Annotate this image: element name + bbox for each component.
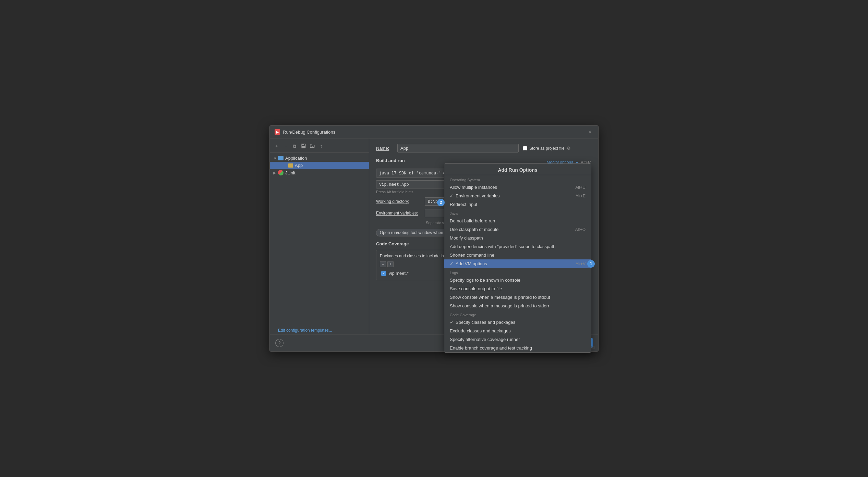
- new-folder-button[interactable]: +: [309, 143, 316, 149]
- add-config-button[interactable]: +: [273, 143, 280, 149]
- remove-config-button[interactable]: −: [282, 143, 289, 149]
- coverage-remove-button[interactable]: −: [380, 261, 386, 267]
- specify-logs-label: Specify logs to be shown in console: [450, 278, 520, 283]
- application-label: Application: [285, 156, 307, 161]
- dialog-title: Run/Debug Configurations: [283, 130, 335, 135]
- tree-application-group[interactable]: ▼ Application: [270, 155, 369, 162]
- working-dir-label: Working directory:: [376, 199, 421, 204]
- dropdown-add-vm-options[interactable]: ✓Add VM options Alt+V 1: [444, 259, 591, 268]
- branch-coverage-label: Enable branch coverage and test tracking: [450, 345, 532, 351]
- coverage-add-button[interactable]: +: [387, 261, 394, 267]
- dropdown-allow-multiple-label: Allow multiple instances: [450, 185, 497, 190]
- close-button[interactable]: ×: [587, 129, 593, 135]
- chevron-down-icon: ▼: [273, 156, 278, 160]
- sdk-select[interactable]: java 17 SDK of 'camunda-' ▾: [376, 169, 448, 178]
- ide-background: ▶ Run/Debug Configurations × + − ⧉: [0, 0, 868, 477]
- dropdown-no-build[interactable]: Do not build before run: [444, 217, 591, 225]
- dropdown-exclude-classes[interactable]: Exclude classes and packages: [444, 327, 591, 335]
- chevron-right-icon: ▶: [273, 171, 278, 175]
- main-class-input[interactable]: [376, 180, 455, 188]
- svg-text:+: +: [312, 145, 313, 148]
- svg-rect-1: [302, 144, 304, 145]
- store-label: Store as project file: [529, 146, 565, 151]
- app-folder-icon: [288, 163, 293, 168]
- add-vm-options-left: ✓Add VM options: [450, 261, 487, 266]
- name-row: Name: Store as project file ⚙: [376, 144, 591, 152]
- alt-coverage-label: Specify alternative coverage runner: [450, 337, 520, 342]
- vm-check-icon: ✓: [450, 261, 454, 266]
- build-run-title: Build and run: [376, 158, 405, 163]
- show-console-stdout-label: Show console when a message is printed t…: [450, 295, 550, 300]
- specify-classes-left: ✓Specify classes and packages: [450, 320, 515, 325]
- save-config-button[interactable]: [300, 143, 307, 149]
- app-icon: ▶: [275, 129, 280, 135]
- folder-icon: [278, 156, 284, 160]
- show-console-stderr-label: Show console when a message is printed t…: [450, 303, 550, 308]
- store-checkbox-row: Store as project file ⚙: [523, 146, 591, 151]
- env-check-icon: ✓: [450, 193, 454, 198]
- badge-1: 1: [587, 260, 595, 268]
- classpath-module-label: Use classpath of module: [450, 227, 498, 232]
- junit-label: JUnit: [285, 170, 296, 175]
- edit-templates-link[interactable]: Edit configuration templates...: [273, 325, 337, 335]
- coverage-item-label: vip.meet.*: [389, 271, 409, 276]
- classpath-module-shortcut: Alt+O: [575, 227, 586, 232]
- redirect-label: Redirect input: [450, 202, 477, 207]
- dropdown-shorten-cmd[interactable]: Shorten command line: [444, 251, 591, 259]
- store-checkbox[interactable]: [523, 146, 527, 150]
- env-vars-label: Environment variables:: [376, 211, 421, 216]
- os-section-header: Operating System: [444, 175, 591, 183]
- dropdown-specify-logs[interactable]: Specify logs to be shown in console: [444, 276, 591, 284]
- allow-multiple-shortcut: Alt+U: [575, 185, 586, 190]
- dropdown-specify-classes[interactable]: ✓Specify classes and packages: [444, 318, 591, 327]
- add-vm-shortcut: Alt+V: [576, 261, 586, 266]
- sidebar: + − ⧉ +: [270, 138, 369, 334]
- dropdown-allow-multiple[interactable]: Allow multiple instances Alt+U: [444, 183, 591, 192]
- exclude-classes-label: Exclude classes and packages: [450, 328, 511, 333]
- title-bar-left: ▶ Run/Debug Configurations: [275, 129, 335, 135]
- name-input[interactable]: [397, 144, 519, 152]
- add-run-options-dropdown: Add Run Options Operating System Allow m…: [444, 163, 591, 353]
- gear-icon[interactable]: ⚙: [567, 146, 571, 151]
- no-build-label: Do not build before run: [450, 218, 495, 223]
- dropdown-save-console[interactable]: Save console output to file: [444, 284, 591, 293]
- dropdown-show-console-stderr[interactable]: Show console when a message is printed t…: [444, 302, 591, 310]
- classes-check-icon: ✓: [450, 320, 454, 325]
- tree-app-item[interactable]: App: [270, 162, 369, 169]
- title-bar: ▶ Run/Debug Configurations ×: [270, 126, 598, 138]
- sdk-value: java 17 SDK of 'camunda-': [379, 171, 441, 175]
- tree-junit-item[interactable]: ▶ JUnit: [270, 169, 369, 176]
- coverage-checkbox[interactable]: ✓: [381, 271, 386, 276]
- dropdown-alt-coverage-runner[interactable]: Specify alternative coverage runner: [444, 335, 591, 344]
- tree-area: ▼ Application App ▶ JUnit: [270, 152, 369, 179]
- dropdown-add-deps[interactable]: Add dependencies with "provided" scope t…: [444, 242, 591, 251]
- copy-config-button[interactable]: ⧉: [291, 143, 298, 149]
- dropdown-env-vars-left: ✓Environment variables: [450, 193, 500, 198]
- dropdown-modify-classpath[interactable]: Modify classpath: [444, 234, 591, 242]
- sort-button[interactable]: ↕: [318, 143, 325, 149]
- dropdown-title: Add Run Options: [444, 164, 591, 175]
- shorten-cmd-label: Shorten command line: [450, 253, 494, 258]
- dropdown-env-vars[interactable]: ✓Environment variables Alt+E: [444, 192, 591, 200]
- junit-icon: [278, 170, 284, 175]
- add-deps-label: Add dependencies with "provided" scope t…: [450, 244, 555, 249]
- help-button[interactable]: ?: [275, 339, 284, 347]
- app-label: App: [295, 163, 303, 168]
- coverage-section-header: Code Coverage: [444, 310, 591, 318]
- badge-2: 2: [437, 199, 445, 206]
- java-section-header: Java: [444, 209, 591, 217]
- logs-section-header: Logs: [444, 268, 591, 276]
- modify-classpath-label: Modify classpath: [450, 235, 483, 241]
- dropdown-redirect-input[interactable]: Redirect input: [444, 200, 591, 209]
- env-vars-shortcut: Alt+E: [576, 194, 586, 198]
- dropdown-show-console-stdout[interactable]: Show console when a message is printed t…: [444, 293, 591, 302]
- sidebar-toolbar: + − ⧉ +: [270, 141, 369, 152]
- run-debug-dialog: ▶ Run/Debug Configurations × + − ⧉: [269, 125, 599, 352]
- name-label: Name:: [376, 146, 393, 151]
- dropdown-classpath-module[interactable]: Use classpath of module Alt+O: [444, 225, 591, 234]
- dropdown-branch-coverage[interactable]: Enable branch coverage and test tracking: [444, 344, 591, 352]
- svg-rect-2: [302, 146, 305, 148]
- save-console-label: Save console output to file: [450, 286, 502, 291]
